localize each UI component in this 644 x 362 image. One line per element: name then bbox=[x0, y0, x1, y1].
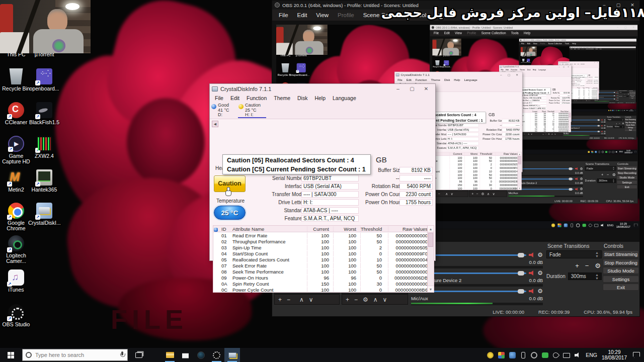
source-up-icon[interactable]: ∧ bbox=[373, 296, 378, 303]
smart-attribute-table[interactable]: IDAttribute NameCurrentWorstThresholdRaw… bbox=[213, 225, 432, 293]
preview-volume-slider bbox=[564, 120, 600, 120]
scene-up-icon[interactable]: ∧ bbox=[299, 296, 304, 303]
desktop-icon-blackfish[interactable]: ↗BlackFish1.5 bbox=[28, 102, 60, 125]
table-row[interactable]: 03Spin-Up Time1001002000000000505 bbox=[213, 244, 432, 250]
volume-slider-handle[interactable] bbox=[518, 289, 524, 294]
cdi-menu-edit[interactable]: Edit bbox=[227, 94, 243, 102]
obs-menu-file[interactable]: File bbox=[274, 10, 293, 21]
table-row[interactable]: 07Seek Error Rate10010050000000000000 bbox=[213, 262, 432, 268]
taskbar-obs-icon[interactable] bbox=[209, 348, 224, 362]
mixer-settings-icon[interactable]: ⚙ bbox=[537, 270, 543, 276]
add-transition-icon[interactable]: + bbox=[575, 262, 579, 269]
tray-grid-icon[interactable] bbox=[498, 352, 505, 358]
table-row[interactable]: 08Seek Time Performance10010050000000000… bbox=[213, 269, 432, 275]
taskbar-globe-app-icon[interactable] bbox=[193, 348, 209, 362]
cdi-menu-help[interactable]: Help bbox=[311, 94, 329, 102]
taskbar-edge-icon[interactable] bbox=[146, 348, 162, 362]
start-streaming-button[interactable]: Start Streaming bbox=[603, 250, 639, 257]
add-scene-icon[interactable]: + bbox=[278, 296, 282, 303]
mixer-settings-icon[interactable]: ⚙ bbox=[537, 252, 543, 258]
cdi-titlebar[interactable]: CrystalDiskInfo 7.1.1 – ▢ ✕ bbox=[210, 84, 435, 94]
mute-icon[interactable] bbox=[529, 289, 535, 294]
transition-select[interactable]: Fade ▲▼ bbox=[546, 250, 602, 258]
add-source-icon[interactable]: + bbox=[346, 296, 349, 303]
desktop-icon-ccleaner[interactable]: ↗CCleaner bbox=[0, 102, 32, 125]
cdi-menu-file[interactable]: File bbox=[211, 94, 227, 102]
scroll-up-icon[interactable]: ▲ bbox=[428, 226, 434, 232]
desktop-icon-google-chrome[interactable]: ↗Google Chrome bbox=[0, 203, 32, 231]
taskbar-task-view-icon[interactable] bbox=[131, 348, 146, 362]
scroll-down-icon[interactable]: ▼ bbox=[428, 286, 434, 292]
cdi-menu-function[interactable]: Function bbox=[243, 94, 270, 102]
disk-prev-arrow-icon[interactable]: ◀ bbox=[212, 121, 218, 127]
table-row[interactable]: 05Reallocated Sectors Count1001001000000… bbox=[213, 256, 432, 262]
volume-slider-handle[interactable] bbox=[518, 253, 524, 257]
disk-tab[interactable]: Caution25 °CH: I: bbox=[238, 102, 265, 119]
table-row[interactable]: 09Power-On Hours969600000000006DB bbox=[213, 275, 432, 281]
obs-menu-view[interactable]: View bbox=[311, 10, 333, 21]
taskbar-crystaldiskinfo-icon[interactable] bbox=[224, 348, 240, 362]
obs-menu-edit[interactable]: Edit bbox=[293, 10, 312, 21]
desktop-icon-openboard[interactable]: ↗openboard... bbox=[28, 68, 60, 92]
desktop-icon-zxw[interactable]: ↗ZXW2.4 bbox=[28, 136, 60, 159]
desktop-icon-hantek[interactable]: ↗Hantek365 bbox=[28, 169, 60, 193]
desktop-icon-crystaldiskinfo[interactable]: ↗CrystalDiskI... bbox=[28, 203, 60, 226]
table-row[interactable]: 0ASpin Retry Count15010030000000000000 bbox=[213, 281, 432, 287]
search-input[interactable] bbox=[35, 352, 116, 358]
desktop-icon-itunes[interactable]: ↗iTunes bbox=[0, 269, 32, 293]
preview-cell-current: 100 bbox=[576, 89, 581, 90]
tray-volume-icon[interactable] bbox=[575, 352, 581, 358]
maximize-icon[interactable]: ▢ bbox=[405, 84, 419, 94]
preview-live-time: LIVE: 00:00:00 bbox=[609, 102, 615, 103]
obs-menu-profile[interactable]: Profile bbox=[333, 10, 359, 21]
table-scrollbar[interactable]: ▲ ▼ bbox=[427, 225, 434, 293]
scroll-thumb[interactable] bbox=[428, 233, 433, 247]
mute-icon[interactable] bbox=[529, 270, 535, 276]
exit-button[interactable]: Exit bbox=[603, 284, 639, 291]
taskbar-store-icon[interactable] bbox=[178, 348, 193, 362]
desktop-icon-obs-studio[interactable]: ↗OBS Studio bbox=[0, 304, 32, 327]
studio-mode-button[interactable]: Studio Mode bbox=[603, 267, 639, 274]
tray-phone-icon[interactable] bbox=[521, 352, 525, 358]
stop-recording-button[interactable]: Stop Recording bbox=[603, 259, 639, 266]
close-icon[interactable]: ✕ bbox=[419, 84, 433, 94]
mute-icon[interactable] bbox=[529, 252, 535, 257]
taskbar-search[interactable] bbox=[22, 349, 128, 361]
cdi-menu-theme[interactable]: Theme bbox=[270, 94, 294, 102]
taskbar-clock[interactable]: 10:29 18/08/2017 bbox=[602, 349, 627, 360]
volume-slider-handle[interactable] bbox=[518, 271, 524, 276]
desktop-icon-game-capture-hd[interactable]: ↗Game Capture HD bbox=[0, 136, 32, 164]
source-settings-icon[interactable]: ⚙ bbox=[363, 296, 368, 303]
start-button[interactable] bbox=[0, 348, 22, 362]
language-indicator[interactable]: ENG bbox=[586, 352, 597, 358]
remove-source-icon[interactable]: − bbox=[354, 296, 358, 303]
tray-ring-icon[interactable] bbox=[531, 352, 537, 358]
tray-disc-icon[interactable] bbox=[487, 352, 494, 358]
tray-chat-green-icon[interactable] bbox=[542, 352, 548, 358]
minimize-icon[interactable]: – bbox=[391, 84, 405, 94]
duration-spinner[interactable]: 300ms ▲▼ bbox=[568, 273, 602, 280]
desktop-icon-recycle-bin[interactable]: Recycle Bin bbox=[0, 68, 32, 92]
table-row[interactable]: 01Read Error Rate10010050000000000000 bbox=[213, 232, 432, 238]
table-row[interactable]: 04Start/Stop Count10010000000000009F0 bbox=[213, 250, 432, 256]
action-center-icon[interactable] bbox=[633, 352, 640, 358]
desktop-icon-logitech-camera[interactable]: ↗Logitech Camer... bbox=[0, 235, 32, 264]
remove-transition-icon[interactable]: − bbox=[585, 262, 589, 269]
taskbar-file-explorer-icon[interactable] bbox=[162, 348, 178, 362]
cdi-menu-disk[interactable]: Disk bbox=[294, 94, 311, 102]
microphone-icon[interactable] bbox=[120, 351, 124, 358]
disk-tab[interactable]: Good41 °CD: bbox=[211, 102, 238, 119]
source-down-icon[interactable]: ∨ bbox=[383, 296, 387, 303]
desktop-icon-metin2[interactable]: ↗Metin2 bbox=[0, 169, 32, 193]
cdi-menu-language[interactable]: Language bbox=[329, 94, 360, 102]
tray-app-blue-icon[interactable] bbox=[509, 352, 516, 358]
transition-settings-icon[interactable]: ⚙ bbox=[595, 262, 601, 269]
tray-network-icon[interactable] bbox=[563, 353, 570, 358]
settings-button[interactable]: Settings bbox=[603, 276, 639, 283]
table-row[interactable]: 0CPower Cycle Count10010000000000008B6 bbox=[213, 287, 432, 293]
table-row[interactable]: 02Throughput Performance1001005000000000… bbox=[213, 238, 432, 244]
mixer-settings-icon[interactable]: ⚙ bbox=[537, 288, 543, 294]
tray-dish-icon[interactable] bbox=[552, 351, 560, 359]
scene-down-icon[interactable]: ∨ bbox=[309, 296, 313, 303]
remove-scene-icon[interactable]: − bbox=[287, 296, 290, 303]
